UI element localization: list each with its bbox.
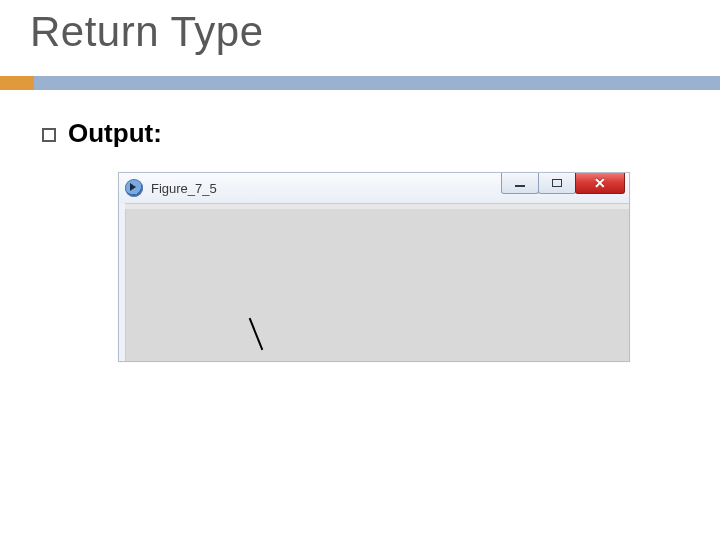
window-controls: ✕ [502, 173, 625, 194]
slide-title: Return Type [30, 8, 264, 56]
minimize-icon [515, 185, 525, 187]
window-titlebar: Figure_7_5 ✕ [119, 173, 629, 204]
slide: Return Type Output: Figure_7_5 ✕ [0, 0, 720, 540]
minimize-button[interactable] [501, 173, 539, 194]
maximize-button[interactable] [538, 173, 576, 194]
window-client-area [125, 209, 629, 361]
bullet-row: Output: [42, 118, 162, 149]
close-icon: ✕ [594, 176, 606, 190]
app-play-icon [125, 179, 143, 197]
bullet-square-icon [42, 128, 56, 142]
accent-bar [0, 76, 720, 90]
maximize-icon [552, 179, 562, 187]
backslash-glyph [248, 319, 264, 347]
window-title: Figure_7_5 [151, 181, 217, 196]
output-window: Figure_7_5 ✕ [118, 172, 630, 362]
bullet-text: Output: [68, 118, 162, 149]
close-button[interactable]: ✕ [575, 173, 625, 194]
accent-bar-orange [0, 76, 34, 90]
